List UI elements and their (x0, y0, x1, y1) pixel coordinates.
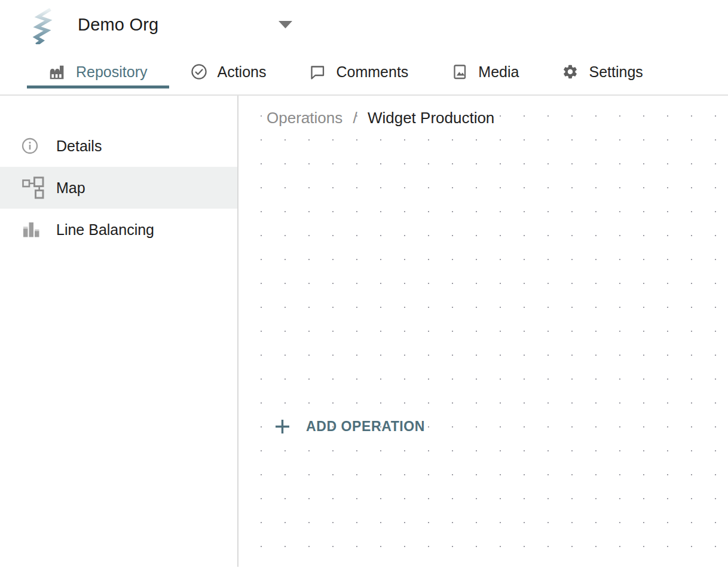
sidebar-item-line-balancing-label: Line Balancing (56, 221, 154, 239)
breadcrumb-separator: / (353, 109, 357, 127)
sidebar-item-details[interactable]: Details (0, 125, 237, 167)
comment-icon (309, 63, 326, 80)
content-area: Details Map (0, 96, 728, 567)
plus-icon (274, 419, 290, 435)
bar-chart-icon (22, 221, 45, 239)
main-nav-tabs: Repository Actions Comments (0, 49, 728, 94)
tab-settings[interactable]: Settings (540, 49, 664, 94)
sidebar-item-details-label: Details (56, 138, 102, 155)
add-operation-button[interactable]: ADD OPERATION (274, 419, 425, 435)
tab-media[interactable]: Media (430, 49, 540, 94)
tab-media-label: Media (478, 63, 519, 81)
tab-settings-label: Settings (589, 63, 643, 81)
tab-repository[interactable]: Repository (27, 49, 169, 94)
breadcrumb-current: Widget Production (368, 109, 494, 127)
sitemap-icon (22, 176, 45, 199)
org-name[interactable]: Demo Org (78, 15, 158, 35)
check-circle-icon (191, 63, 207, 80)
org-selector-row: Demo Org (0, 0, 728, 49)
add-operation-label: ADD OPERATION (306, 419, 425, 435)
tab-comments[interactable]: Comments (287, 49, 430, 94)
sidebar-item-map[interactable]: Map (0, 167, 237, 209)
info-icon (22, 138, 45, 154)
tab-repository-label: Repository (76, 63, 148, 81)
sidebar-item-map-label: Map (56, 179, 85, 197)
sidebar-item-line-balancing[interactable]: Line Balancing (0, 209, 237, 251)
tab-actions-label: Actions (218, 63, 267, 81)
chevron-down-icon[interactable] (279, 21, 292, 29)
tab-actions[interactable]: Actions (169, 49, 288, 94)
factory-icon (48, 63, 66, 81)
sidebar: Details Map (0, 96, 238, 567)
app-header: Demo Org Repository (0, 0, 728, 96)
tab-comments-label: Comments (336, 63, 408, 81)
media-icon (451, 63, 468, 80)
breadcrumb: Operations / Widget Production (267, 109, 494, 127)
map-canvas[interactable]: Operations / Widget Production ADD OPERA… (238, 96, 728, 567)
org-logo-icon (29, 8, 56, 44)
breadcrumb-parent-link[interactable]: Operations (267, 109, 342, 127)
gear-icon (562, 63, 579, 80)
